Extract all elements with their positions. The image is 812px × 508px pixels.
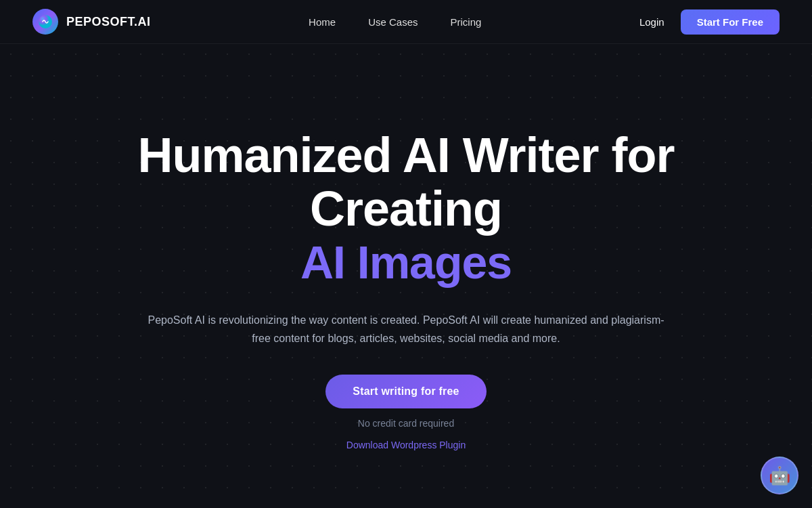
logo-text: PEPOSOFT.AI	[66, 15, 151, 29]
hero-title-line1: Humanized AI Writer for	[137, 128, 674, 182]
chat-bubble-button[interactable]: 🤖	[761, 457, 798, 494]
cta-start-writing-button[interactable]: Start writing for free	[325, 375, 486, 408]
no-credit-card-text: No credit card required	[358, 418, 454, 429]
navbar: PEPOSOFT.AI Home Use Cases Pricing Login…	[0, 0, 812, 44]
hero-title-line2: Creating	[310, 182, 502, 236]
hero-section: Humanized AI Writer for Creating AI Imag…	[0, 44, 812, 508]
wp-plugin-link[interactable]: Download Wordpress Plugin	[346, 440, 466, 450]
logo-icon	[32, 9, 58, 35]
chat-bubble-icon: 🤖	[769, 465, 790, 486]
hero-description: PepoSoft AI is revolutionizing the way c…	[142, 311, 670, 347]
login-button[interactable]: Login	[639, 16, 664, 28]
nav-link-pricing[interactable]: Pricing	[450, 16, 481, 28]
hero-title: Humanized AI Writer for Creating AI Imag…	[137, 129, 674, 289]
start-free-nav-button[interactable]: Start For Free	[681, 9, 780, 35]
nav-link-home[interactable]: Home	[309, 16, 336, 28]
hero-title-highlight: AI Images	[300, 236, 512, 288]
nav-links: Home Use Cases Pricing	[309, 16, 481, 28]
nav-link-use-cases[interactable]: Use Cases	[368, 16, 418, 28]
logo-container: PEPOSOFT.AI	[32, 9, 151, 35]
nav-actions: Login Start For Free	[639, 9, 780, 35]
